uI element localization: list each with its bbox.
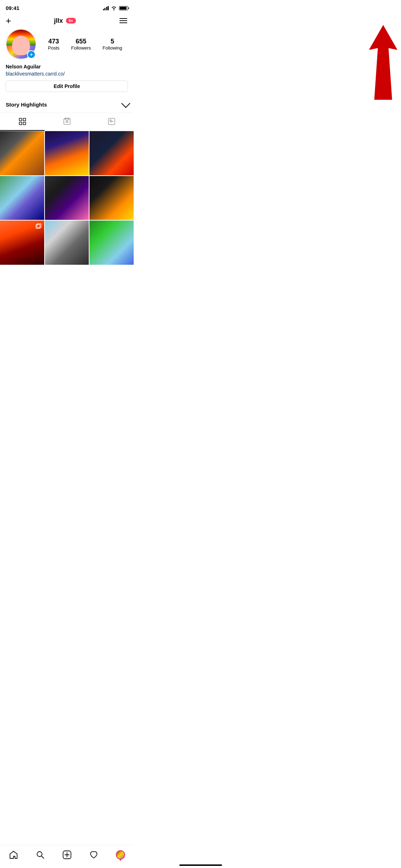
svg-rect-3 [23, 122, 26, 125]
svg-rect-2 [19, 122, 22, 125]
grid-item-1[interactable] [0, 131, 44, 175]
svg-point-8 [67, 121, 67, 122]
notification-badge[interactable]: 9+ [66, 18, 76, 24]
tab-grid[interactable] [0, 113, 45, 131]
avatar-wrap: + [6, 29, 36, 60]
svg-rect-1 [23, 118, 26, 121]
grid-item-9[interactable] [89, 221, 134, 265]
grid-icon [18, 117, 27, 126]
story-highlights-label: Story Highlights [6, 102, 47, 108]
menu-line-2 [119, 20, 127, 21]
grid-item-8[interactable] [45, 221, 89, 265]
grid-item-5[interactable] [45, 176, 89, 220]
status-icons [103, 6, 128, 10]
wifi-icon [111, 6, 117, 10]
profile-link[interactable]: blacklivesmatters.carrd.co/ [6, 71, 65, 77]
followers-count: 655 [76, 38, 86, 45]
signal-icon [103, 6, 109, 10]
multi-photo-indicator [36, 223, 41, 229]
followers-label: Followers [71, 45, 91, 51]
username-area: jllx 9+ [54, 17, 76, 25]
grid-item-2[interactable] [45, 131, 89, 175]
reels-icon [63, 117, 71, 126]
grid-item-6[interactable] [89, 176, 134, 220]
add-button[interactable]: + [6, 16, 11, 25]
edit-profile-button[interactable]: Edit Profile [6, 81, 128, 92]
profile-name: Nelson Aguilar [6, 64, 128, 69]
menu-line-1 [119, 18, 127, 19]
profile-stats: 473 Posts 655 Followers 5 Following [42, 38, 128, 51]
status-bar: 09:41 [0, 0, 134, 13]
following-label: Following [103, 45, 122, 51]
tagged-icon [107, 117, 116, 126]
grid-item-3[interactable] [89, 131, 134, 175]
following-count: 5 [110, 38, 114, 45]
grid-item-7[interactable] [0, 221, 44, 265]
story-highlights[interactable]: Story Highlights [0, 96, 134, 113]
posts-count: 473 [48, 38, 59, 45]
content-tabs [0, 113, 134, 131]
posts-stat[interactable]: 473 Posts [48, 38, 60, 51]
status-time: 09:41 [6, 5, 19, 11]
followers-stat[interactable]: 655 Followers [71, 38, 91, 51]
photo-grid [0, 131, 134, 265]
header-username: jllx [54, 17, 63, 25]
svg-point-10 [110, 120, 111, 121]
svg-rect-0 [19, 118, 22, 121]
tab-tagged[interactable] [89, 113, 134, 131]
grid-item-4[interactable] [0, 176, 44, 220]
posts-label: Posts [48, 45, 60, 51]
menu-button[interactable] [119, 17, 128, 24]
header: + jllx 9+ [0, 13, 134, 29]
add-story-button[interactable]: + [27, 50, 36, 59]
tab-reels[interactable] [45, 113, 89, 131]
profile-section: + 473 Posts 655 Followers 5 Following Ne… [0, 29, 134, 96]
menu-line-3 [119, 22, 127, 23]
profile-top: + 473 Posts 655 Followers 5 Following [6, 29, 128, 60]
chevron-down-icon[interactable] [121, 99, 130, 108]
battery-icon [119, 6, 128, 10]
following-stat[interactable]: 5 Following [103, 38, 122, 51]
